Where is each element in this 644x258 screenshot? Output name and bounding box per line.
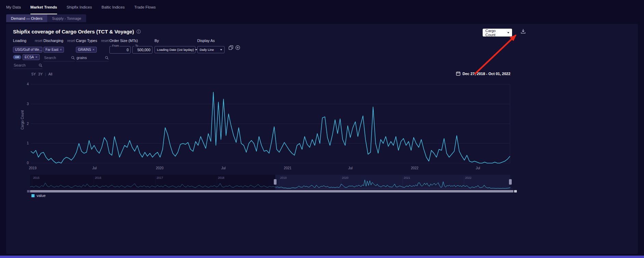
chevron-down-icon <box>507 32 509 33</box>
cargo-type-tag[interactable]: GRAINS × <box>76 47 97 53</box>
order-size-to-box: To <box>132 46 152 54</box>
main-chart-svg[interactable] <box>30 81 512 167</box>
filter-display-as: Display As Daily Line <box>197 39 225 53</box>
navigator-year-label: 2022 <box>465 176 471 180</box>
display-as-select-value: Daily Line <box>200 48 214 52</box>
nav-item-trade-flows[interactable]: Trade Flows <box>134 0 156 14</box>
bottom-strip <box>0 256 644 258</box>
filter-order-size: Order Size (MTs) From To <box>109 39 152 54</box>
calendar-icon <box>456 71 460 76</box>
x-tick-label: Jul <box>348 166 353 170</box>
y-tick-label: 1 <box>27 141 29 145</box>
order-size-to-input[interactable] <box>133 48 152 52</box>
filter-loading: Loading reset USG/Gulf of Me... × OR ECS… <box>13 39 42 69</box>
date-range[interactable]: Dec 27, 2018 - Oct 01, 2022 <box>456 71 510 76</box>
page: My Data Market Trends Shipfix Indices Ba… <box>0 0 644 258</box>
display-as-select[interactable]: Daily Line <box>197 46 225 53</box>
cargo-types-label: Cargo Types <box>76 39 97 43</box>
horizontal-scrollbar[interactable] <box>30 190 513 192</box>
info-icon[interactable] <box>136 29 141 34</box>
discharging-label: Discharging <box>43 39 63 43</box>
y-tick-label: 2 <box>27 122 29 126</box>
top-nav: My Data Market Trends Shipfix Indices Ba… <box>0 0 644 14</box>
discharging-tag[interactable]: Far East × <box>43 47 64 53</box>
x-tick-label: 2019 <box>29 166 36 170</box>
tag-label: USG/Gulf of Me... <box>15 48 42 52</box>
filter-cargo-types: Cargo Types reset GRAINS × <box>76 39 109 61</box>
loading-tag[interactable]: USG/Gulf of Me... × <box>13 47 42 53</box>
scrollbar-right-handle[interactable] <box>514 190 517 192</box>
from-label: From <box>111 44 120 47</box>
by-select-value: Loading Date (1st layday) <box>157 48 194 52</box>
divider: | <box>45 72 46 76</box>
nav-item-shipfix-indices[interactable]: Shipfix Indices <box>67 0 92 14</box>
cargo-types-search-input[interactable] <box>76 55 102 60</box>
navigator-year-label: 2015 <box>33 176 40 180</box>
chart-panel: Shipfix coverage of Cargo Orders (TCT & … <box>6 24 638 254</box>
remove-tag-icon[interactable]: × <box>60 48 62 52</box>
remove-tag-icon[interactable]: × <box>35 55 37 59</box>
discharging-search-input[interactable] <box>43 55 68 60</box>
display-as-label: Display As <box>197 39 215 43</box>
nav-item-baltic-indices[interactable]: Baltic Indices <box>102 0 125 14</box>
legend-swatch <box>31 194 35 197</box>
brush-handle[interactable] <box>509 179 512 185</box>
tag-label: GRAINS <box>78 48 91 52</box>
legend-item-value[interactable]: value <box>31 194 45 198</box>
operator-badge[interactable]: OR <box>13 55 21 59</box>
order-size-from-box: From <box>109 46 131 54</box>
discharging-reset-link[interactable]: reset <box>67 39 75 43</box>
filter-discharging: Discharging reset Far East × <box>43 39 75 61</box>
navigator-year-label: 2018 <box>218 176 224 180</box>
x-tick-label: Jul <box>92 166 97 170</box>
download-icon[interactable] <box>520 28 526 34</box>
x-tick-label: 2022 <box>411 166 418 170</box>
add-circle-icon[interactable] <box>235 45 240 50</box>
search-icon <box>105 56 109 60</box>
brush-handle[interactable] <box>274 179 277 185</box>
chevron-down-icon <box>220 49 222 51</box>
tag-label: ECSA <box>25 55 34 59</box>
navigator-year-label: 2017 <box>157 176 163 180</box>
filter-by: By Loading Date (1st layday) <box>155 39 196 53</box>
x-axis-labels: 2019Jul2020Jul2021Jul2022Jul <box>30 166 513 171</box>
search-icon <box>71 56 75 60</box>
loading-reset-link[interactable]: reset <box>35 39 42 43</box>
order-size-from-input[interactable] <box>110 48 130 52</box>
tab-supply-tonnage[interactable]: Supply - Tonnage <box>47 14 86 22</box>
nav-item-market-trends[interactable]: Market Trends <box>30 0 57 14</box>
page-title: Shipfix coverage of Cargo Orders (TCT & … <box>13 29 134 34</box>
loading-tag[interactable]: ECSA × <box>23 54 40 60</box>
x-tick-label: Jul <box>221 166 226 170</box>
copy-icon[interactable] <box>228 45 233 50</box>
y-tick-label: 4 <box>27 82 29 86</box>
loading-search-input[interactable] <box>13 63 37 68</box>
metric-select-value: Cargo Count <box>485 29 506 37</box>
by-select[interactable]: Loading Date (1st layday) <box>155 46 196 53</box>
range-5y-button[interactable]: 5Y <box>31 72 36 76</box>
tag-label: Far East <box>45 48 58 52</box>
date-range-label: Dec 27, 2018 - Oct 01, 2022 <box>462 72 510 76</box>
navigator-year-label: 2020 <box>342 176 348 180</box>
scrollbar-left-button[interactable] <box>27 190 30 192</box>
nav-item-my-data[interactable]: My Data <box>6 0 21 14</box>
x-tick-label: Jul <box>476 166 480 170</box>
metric-select[interactable]: Cargo Count <box>483 29 512 37</box>
sub-tabs: Demand — Orders Supply - Tonnage <box>6 14 644 22</box>
y-axis-labels: 01234 <box>22 81 29 167</box>
cargo-types-reset-link[interactable]: reset <box>101 39 109 43</box>
to-label: To <box>134 44 139 47</box>
range-all-button[interactable]: All <box>48 72 52 76</box>
x-tick-label: 2021 <box>284 166 291 170</box>
remove-tag-icon[interactable]: × <box>92 48 94 52</box>
tab-demand-orders[interactable]: Demand — Orders <box>6 14 47 22</box>
navigator-year-label: 2019 <box>280 176 287 180</box>
navigator-year-label: 2016 <box>95 176 101 180</box>
range-3y-button[interactable]: 3Y <box>38 72 43 76</box>
navigator-year-label: 2021 <box>404 176 410 180</box>
panel-title-row: Shipfix coverage of Cargo Orders (TCT & … <box>13 29 141 34</box>
navigator-year-labels: 20152016201720182019202020212022 <box>30 175 513 180</box>
search-icon <box>39 63 42 67</box>
y-tick-label: 0 <box>27 161 29 165</box>
order-size-label: Order Size (MTs) <box>109 39 138 43</box>
